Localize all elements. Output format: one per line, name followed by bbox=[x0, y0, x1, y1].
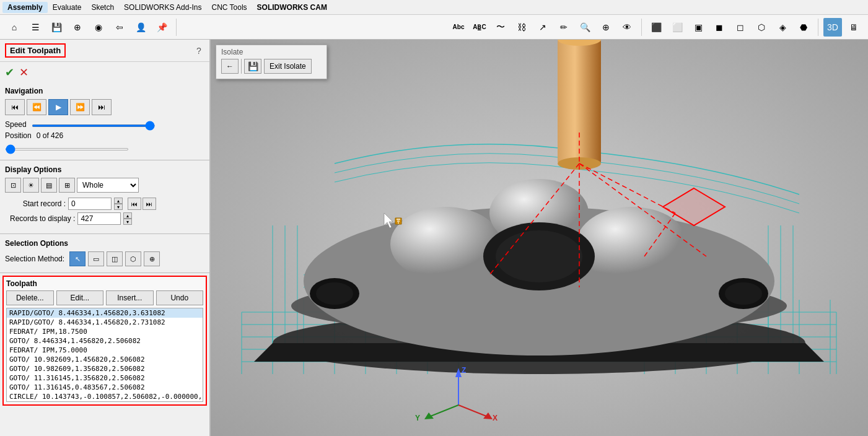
svg-text:X: X bbox=[493, 414, 498, 422]
nav-prev-btn[interactable]: ⏪ bbox=[27, 99, 46, 115]
selection-method-label: Selection Method: bbox=[5, 255, 67, 263]
start-record-last-btn[interactable]: ⏭ bbox=[142, 198, 156, 210]
toolbar-eye-btn[interactable]: 👁 bbox=[618, 18, 636, 37]
svg-point-32 bbox=[316, 282, 353, 305]
toolpath-item[interactable]: RAPID/GOTO/ 8.446334,1.456820,3.631082 bbox=[7, 308, 203, 318]
divider-3 bbox=[0, 272, 209, 273]
menu-assembly[interactable]: Assembly bbox=[2, 2, 48, 13]
records-down-btn[interactable]: ▾ bbox=[123, 219, 132, 225]
svg-point-34 bbox=[725, 282, 762, 305]
ribbon-user-btn[interactable]: 👤 bbox=[131, 18, 150, 37]
ribbon-export-btn[interactable]: ⇦ bbox=[110, 18, 129, 37]
toolpath-item[interactable]: GOTO/ 11.316145,0.483567,2.506082 bbox=[7, 383, 203, 392]
display-table-btn[interactable]: ▤ bbox=[41, 178, 57, 193]
toolbar-search-btn[interactable]: 🔍 bbox=[576, 18, 594, 37]
toolpath-insert-btn[interactable]: Insert... bbox=[106, 290, 154, 305]
toolbar-abc2-btn[interactable]: AB̲C bbox=[470, 18, 489, 37]
svg-text:Z: Z bbox=[462, 366, 466, 375]
toolpath-item[interactable]: CIRCLE/ 10.143743,-0.100857,2.506082,-0.… bbox=[7, 392, 203, 401]
start-record-up-btn[interactable]: ▴ bbox=[114, 198, 123, 204]
menu-sketch[interactable]: Sketch bbox=[86, 2, 119, 13]
menu-solidworks-addins[interactable]: SOLIDWORKS Add-Ins bbox=[119, 2, 206, 13]
records-up-btn[interactable]: ▴ bbox=[123, 212, 132, 219]
start-record-down-btn[interactable]: ▾ bbox=[114, 204, 123, 210]
toolpath-list[interactable]: RAPID/GOTO/ 8.446334,1.456820,3.631082RA… bbox=[6, 308, 203, 402]
ribbon-separator-2 bbox=[641, 19, 642, 36]
toolbar-wave-btn[interactable]: 〜 bbox=[491, 18, 510, 37]
menu-evaluate[interactable]: Evaluate bbox=[48, 2, 87, 13]
nav-next-btn[interactable]: ⏩ bbox=[70, 99, 90, 115]
isolate-exit-btn[interactable]: Exit Isolate bbox=[264, 59, 312, 74]
ribbon-home-btn[interactable]: ⌂ bbox=[5, 18, 24, 37]
ribbon-circle-btn[interactable]: ◉ bbox=[89, 18, 108, 37]
sel-lasso-btn[interactable]: ⬡ bbox=[125, 251, 141, 266]
ribbon-save-btn[interactable]: 💾 bbox=[47, 18, 66, 37]
speed-slider-container bbox=[32, 120, 204, 129]
toolbar-abc-btn[interactable]: Abc bbox=[449, 18, 468, 37]
start-record-input[interactable] bbox=[68, 198, 112, 210]
menu-solidworks-cam[interactable]: SOLIDWORKS CAM bbox=[252, 2, 332, 13]
toolpath-item[interactable]: GOTO/ 10.982609,1.456820,2.506082 bbox=[7, 355, 203, 364]
confirm-btn[interactable]: ✔ bbox=[5, 66, 14, 79]
toolpath-item[interactable]: FEDRAT/ IPM,75.0000 bbox=[7, 346, 203, 355]
nav-last-btn[interactable]: ⏭ bbox=[92, 99, 112, 115]
cancel-btn[interactable]: ✕ bbox=[19, 66, 28, 79]
nav-play-btn[interactable]: ▶ bbox=[48, 99, 68, 115]
toolpath-item[interactable]: FEDRAT/ IPM,18.7500 bbox=[7, 327, 203, 336]
ribbon-pin-btn[interactable]: 📌 bbox=[152, 18, 171, 37]
selection-method-row: Selection Method: ↖ ▭ ◫ ⬡ ⊕ bbox=[5, 251, 204, 266]
toolbar-pen-btn[interactable]: ✏ bbox=[555, 18, 573, 37]
ribbon-target-btn[interactable]: ⊕ bbox=[68, 18, 87, 37]
panel-help-btn[interactable]: ? bbox=[193, 45, 204, 56]
display-filter-btn[interactable]: ⊡ bbox=[5, 178, 21, 193]
speed-label: Speed bbox=[5, 120, 27, 129]
isolate-save-btn[interactable]: 💾 bbox=[244, 59, 261, 74]
ribbon-separator-3 bbox=[818, 19, 818, 36]
toolbar-cube1-btn[interactable]: ⬛ bbox=[647, 18, 665, 37]
menu-cnc-tools[interactable]: CNC Tools bbox=[206, 2, 252, 13]
toolpath-section: Toolpath Delete... Edit... Insert... Und… bbox=[2, 276, 207, 406]
toolpath-item[interactable]: RAPID/GOTO/ 8.446334,1.456820,2.731082 bbox=[7, 318, 203, 327]
position-value: 0 of 426 bbox=[37, 131, 63, 140]
toolpath-item[interactable]: GOTO/ 11.316145,1.356820,2.506082 bbox=[7, 373, 203, 383]
toolbar-arrow-btn[interactable]: ↗ bbox=[533, 18, 552, 37]
toolpath-item[interactable]: GOTO/ 8.446334,1.456820,2.506082 bbox=[7, 336, 203, 346]
toolbar-monitor-btn[interactable]: 🖥 bbox=[844, 18, 863, 37]
toolbar-chain-btn[interactable]: ⛓ bbox=[512, 18, 531, 37]
toolpath-delete-btn[interactable]: Delete... bbox=[6, 290, 54, 305]
records-display-input[interactable] bbox=[77, 212, 121, 225]
toolbar-cube3-btn[interactable]: ▣ bbox=[689, 18, 708, 37]
nav-first-btn[interactable]: ⏮ bbox=[5, 99, 25, 115]
start-record-label: Start record : bbox=[10, 199, 66, 208]
sel-rect2-btn[interactable]: ◫ bbox=[107, 251, 123, 266]
menu-bar: Assembly Evaluate Sketch SOLIDWORKS Add-… bbox=[0, 0, 868, 15]
toolpath-edit-btn[interactable]: Edit... bbox=[56, 290, 104, 305]
start-record-first-btn[interactable]: ⏮ bbox=[128, 198, 141, 210]
isolate-buttons: ← 💾 Exit Isolate bbox=[221, 59, 322, 74]
toolbar-cube2-btn[interactable]: ⬜ bbox=[668, 18, 686, 37]
speed-slider[interactable] bbox=[32, 124, 156, 127]
sel-chain-btn[interactable]: ⊕ bbox=[144, 251, 160, 266]
position-slider[interactable] bbox=[5, 148, 129, 150]
sel-rect-btn[interactable]: ▭ bbox=[88, 251, 104, 266]
nav-buttons: ⏮ ⏪ ▶ ⏩ ⏭ bbox=[5, 99, 204, 115]
ribbon-file-btn[interactable]: ☰ bbox=[26, 18, 45, 37]
sel-pointer-btn[interactable]: ↖ bbox=[69, 251, 85, 266]
display-highlight-btn[interactable]: ☀ bbox=[23, 178, 39, 193]
toolbar-cube6-btn[interactable]: ⬡ bbox=[752, 18, 771, 37]
toolpath-item[interactable]: GOTO/ 10.982609,1.356820,2.506082 bbox=[7, 364, 203, 373]
display-mode-select[interactable]: Whole Partial Section bbox=[77, 178, 139, 193]
toolbar-cube4-btn[interactable]: ◼ bbox=[710, 18, 729, 37]
display-grid-btn[interactable]: ⊞ bbox=[59, 178, 75, 193]
toolbar-3d-btn[interactable]: 3D bbox=[823, 18, 842, 37]
viewport: Isolate ← 💾 Exit Isolate bbox=[211, 40, 868, 436]
display-options-section: ⊡ ☀ ▤ ⊞ Whole Partial Section Start reco… bbox=[0, 175, 209, 232]
toolbar-cube8-btn[interactable]: ⬣ bbox=[794, 18, 813, 37]
toolpath-undo-btn[interactable]: Undo bbox=[156, 290, 204, 305]
toolbar-zoom-btn[interactable]: ⊕ bbox=[597, 18, 615, 37]
toolbar-cube5-btn[interactable]: ◻ bbox=[731, 18, 750, 37]
toolbar-cube7-btn[interactable]: ◈ bbox=[773, 18, 792, 37]
panel-scroll: Navigation ⏮ ⏪ ▶ ⏩ ⏭ Speed Position bbox=[0, 83, 209, 436]
isolate-back-btn[interactable]: ← bbox=[221, 59, 239, 74]
display-options-label: Display Options bbox=[0, 162, 209, 175]
